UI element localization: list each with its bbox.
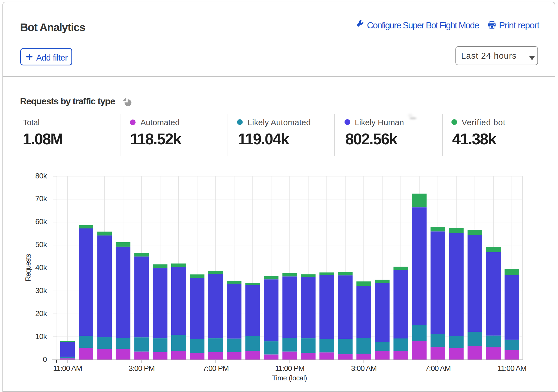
svg-text:0: 0	[43, 355, 47, 364]
svg-text:70k: 70k	[35, 194, 47, 203]
svg-text:7:00 PM: 7:00 PM	[203, 364, 229, 373]
svg-text:40k: 40k	[35, 263, 47, 272]
svg-text:10k: 10k	[35, 332, 47, 341]
svg-text:50k: 50k	[35, 240, 47, 249]
svg-text:7:00 AM: 7:00 AM	[425, 364, 451, 373]
svg-text:60k: 60k	[35, 217, 47, 226]
svg-text:20k: 20k	[35, 309, 47, 318]
svg-text:30k: 30k	[35, 286, 47, 295]
svg-text:11:00 AM: 11:00 AM	[497, 364, 526, 373]
svg-text:11:00 PM: 11:00 PM	[275, 364, 304, 373]
svg-text:Time (local): Time (local)	[272, 374, 307, 382]
svg-text:Requests: Requests	[24, 254, 32, 281]
svg-text:3:00 PM: 3:00 PM	[129, 364, 155, 373]
svg-text:3:00 AM: 3:00 AM	[351, 364, 376, 373]
svg-text:80k: 80k	[35, 172, 47, 180]
svg-text:11:00 AM: 11:00 AM	[53, 364, 82, 373]
